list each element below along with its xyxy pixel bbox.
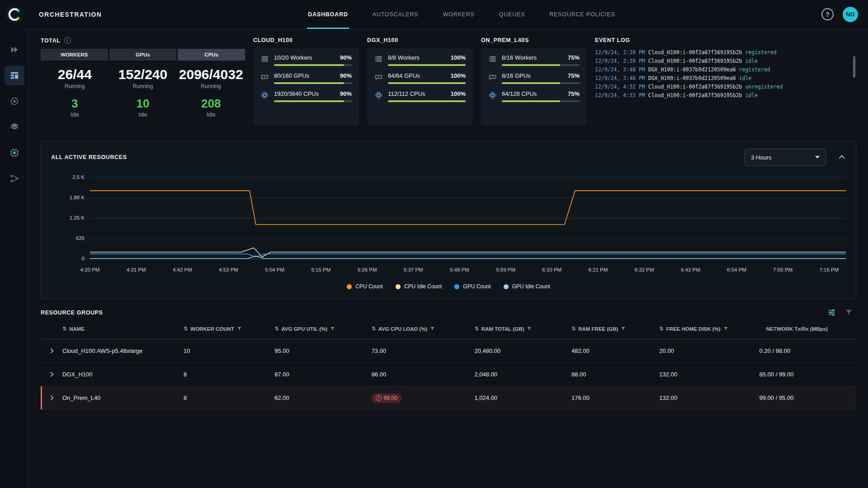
cell-worker-count: 8 (184, 371, 274, 378)
chart-legend: CPU Count CPU Idle Count GPU Count GPU I… (51, 283, 846, 290)
cell-ram-free: 482.00 (571, 347, 659, 354)
nav-tab[interactable]: DASHBOARD (307, 0, 349, 29)
table-filter-button[interactable] (845, 309, 853, 316)
sidebar-item-applications[interactable] (5, 40, 24, 60)
log-status: registered (739, 66, 770, 73)
main-nav: DASHBOARD AUTOSCALERS WORKERS QUEUES RES… (307, 0, 616, 29)
x-tick-label: 5:26 PM (358, 267, 377, 272)
legend-item[interactable]: CPU Count (347, 283, 383, 290)
sort-icon[interactable]: ⇅ (184, 326, 188, 332)
progress-bar-fill (274, 82, 344, 84)
progress-bar-fill (502, 100, 560, 102)
column-header[interactable]: ⇅ RAM FREE (GB) (571, 326, 659, 332)
column-filter-icon[interactable] (527, 326, 532, 331)
column-header[interactable]: ⇅ RAM TOTAL (GB) (475, 326, 571, 332)
column-filter-icon[interactable] (237, 326, 242, 331)
sidebar-item-orchestration[interactable] (5, 66, 24, 85)
chart-controls: 3 Hours (745, 149, 846, 166)
legend-item[interactable]: GPU Idle Count (504, 283, 550, 290)
event-log-entry[interactable]: 12/9/24, 3:48 PM DGX_H100:i-0037b9d21205… (595, 74, 856, 83)
nav-tab[interactable]: AUTOSCALERS (372, 0, 420, 29)
cluster-title: DGX_H100 (367, 37, 473, 43)
metric-body: 80/160 GPUs 90% (274, 72, 352, 84)
progress-bar-fill (388, 82, 466, 84)
sort-icon[interactable]: ⇅ (274, 326, 278, 332)
sort-icon[interactable]: ⇅ (62, 326, 66, 332)
progress-bar-fill (502, 64, 560, 66)
column-filter-icon[interactable] (621, 326, 626, 331)
help-icon[interactable]: ? (821, 8, 834, 20)
nav-tab-label: DASHBOARD (308, 11, 348, 18)
log-status: idle (739, 75, 752, 81)
collapse-panel-button[interactable] (838, 153, 846, 161)
event-log-entry[interactable]: 12/9/24, 3:48 PM DGX_H100:i-0037b9d21205… (595, 66, 856, 74)
cluster-card: 10/20 Workers 90% (253, 48, 359, 125)
total-title: TOTAL (41, 38, 61, 44)
column-header[interactable]: ⇅ AVG CPU LOAD (%) (372, 326, 475, 332)
column-header[interactable]: ⇅ FREE HOME DISK (%) (659, 326, 759, 332)
cell-free-disk: 132.00 (659, 394, 759, 401)
table-row[interactable]: On_Prem_L40 8 62.00 99.00 ! 99.00 1,024.… (41, 386, 856, 410)
log-status: unregistered (745, 84, 783, 90)
cluster-panel: CLOUD_H100 10/20 Worker (253, 37, 359, 133)
log-instance-id: Cloud_H100:i-00f2a87f369195b2b (648, 58, 742, 64)
column-filter-icon[interactable] (330, 326, 335, 331)
total-header-cell[interactable]: WORKERS (41, 49, 108, 61)
column-filter-icon[interactable] (430, 326, 435, 331)
cpu-load-value: 73.00 (372, 347, 387, 354)
sidebar-item-gpu[interactable] (5, 143, 24, 163)
row-expander[interactable] (41, 347, 62, 354)
time-range-select[interactable]: 3 Hours (745, 149, 826, 166)
column-header[interactable]: ⇅ NETWORK Tx/Rx (MBps) (760, 326, 856, 332)
column-header[interactable]: ⇅ NAME (62, 326, 184, 332)
event-log-entry[interactable]: 12/9/24, 2:39 PM Cloud_H100:i-00f2a87f36… (595, 57, 856, 66)
sidebar-item-workers[interactable] (5, 91, 24, 111)
event-log-scrollbar[interactable] (853, 56, 855, 78)
total-header-cell[interactable]: CPUs (178, 49, 245, 61)
y-tick-label: 2.5 K (72, 174, 85, 180)
sidebar-item-queues[interactable] (5, 117, 24, 137)
log-instance-id: Cloud_H100:i-00f2a87f369195b2b (648, 84, 742, 90)
progress-bar (502, 64, 580, 66)
chart-plot-row: 06251.25 K1.88 K2.5 K (51, 174, 846, 264)
gpus-metric: 8/16 GPUs 75% (488, 72, 580, 84)
sort-icon[interactable]: ⇅ (571, 326, 576, 332)
row-expander[interactable] (41, 394, 62, 401)
column-filter-icon[interactable] (723, 326, 728, 331)
total-header-cell[interactable]: GPUs (109, 49, 177, 61)
cell-gpu-util: 95.00 (274, 347, 371, 354)
row-expander[interactable] (41, 371, 62, 378)
column-header-label: NETWORK Tx/Rx (MBps) (766, 326, 828, 332)
nav-tab[interactable]: RESOURCE POLICIES (548, 0, 616, 29)
cell-name: On_Prem_L40 (62, 394, 184, 401)
info-icon[interactable]: i (64, 37, 71, 44)
avatar[interactable]: NO (843, 7, 858, 22)
table-row[interactable]: DGX_H100 8 87.00 86.00 ! 86.00 2,048.00 … (41, 363, 856, 386)
sort-icon[interactable]: ⇅ (475, 326, 479, 332)
idle-label: Idle (41, 112, 109, 118)
legend-dot (347, 284, 352, 289)
main-content: TOTAL i WORKERS GPUs CPUs 26/44 Running (29, 29, 868, 488)
nav-tab[interactable]: WORKERS (442, 0, 476, 29)
column-settings-button[interactable] (827, 308, 836, 317)
sidebar-item-pipelines[interactable] (5, 169, 24, 188)
x-tick-label: 6:43 PM (681, 267, 700, 272)
sort-icon[interactable]: ⇅ (372, 326, 376, 332)
event-log-entry[interactable]: 12/9/24, 2:39 PM Cloud_H100:i-00f2a87f36… (595, 48, 856, 57)
legend-item[interactable]: GPU Count (454, 283, 491, 290)
legend-item[interactable]: CPU Idle Count (396, 283, 442, 290)
gpu-card-icon (488, 73, 497, 81)
event-log-entry[interactable]: 12/9/24, 4:32 PM Cloud_H100:i-00f2a87f36… (595, 83, 856, 91)
app-logo[interactable] (0, 5, 29, 23)
metric-body: 8/16 Workers 75% (502, 54, 580, 66)
sort-icon[interactable]: ⇅ (659, 326, 663, 332)
event-log-entry[interactable]: 12/9/24, 4:33 PM Cloud_H100:i-00f2a87f36… (595, 91, 856, 100)
column-header[interactable]: ⇅ WORKER COUNT (184, 326, 274, 332)
running-label: Running (109, 83, 177, 89)
column-header[interactable]: ⇅ AVG GPU UTIL (%) (274, 326, 371, 332)
total-values: 26/44 Running 3 Idle 152/240 Running 10 … (41, 67, 245, 118)
table-row[interactable]: Cloud_H100:AWS-p5.48xlarge 10 95.00 73.0… (41, 339, 856, 363)
metric-percent: 75% (568, 54, 580, 61)
metric-percent: 90% (340, 90, 352, 97)
nav-tab[interactable]: QUEUES (498, 0, 526, 29)
